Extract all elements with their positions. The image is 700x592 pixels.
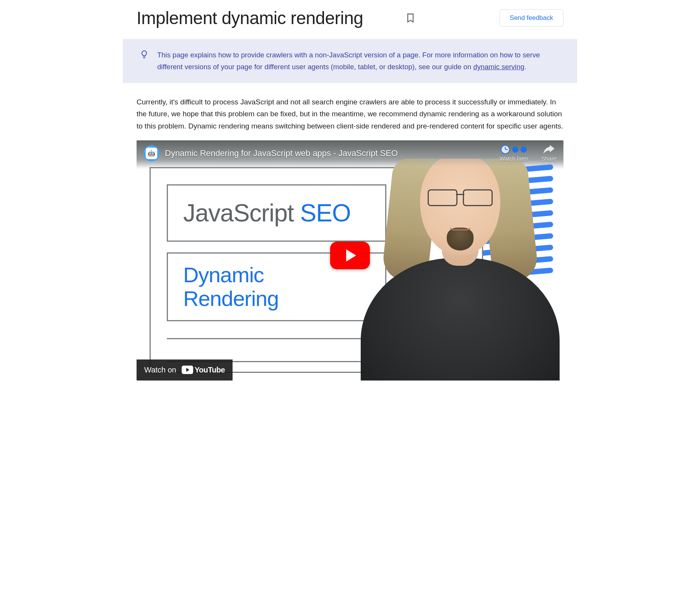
page-title: Implement dynamic rendering — [137, 8, 363, 28]
watch-on-label: Watch on — [144, 366, 176, 374]
page-header: Implement dynamic rendering Send feedbac… — [123, 8, 577, 39]
play-button[interactable] — [330, 242, 370, 269]
thumb-title-line2: Dynamic Rendering — [183, 263, 385, 310]
share-label: Share — [541, 155, 557, 162]
bookmark-icon — [405, 13, 416, 23]
lightbulb-icon — [140, 49, 149, 60]
video-presenter — [357, 159, 563, 381]
youtube-logo: YouTube — [182, 366, 225, 374]
send-feedback-button[interactable]: Send feedback — [500, 9, 563, 27]
play-icon — [346, 249, 356, 262]
share-button[interactable]: Share — [541, 145, 557, 162]
bookmark-button[interactable] — [405, 13, 416, 23]
callout-text-after: . — [524, 63, 526, 71]
watch-on-youtube-button[interactable]: Watch on YouTube — [137, 359, 233, 381]
callout-text: This page explains how to provide crawle… — [157, 49, 560, 73]
watch-later-icon — [501, 145, 527, 154]
video-top-bar: 🤖 Dynamic Rendering for JavaScript web a… — [137, 140, 563, 166]
video-embed[interactable]: 🤖 Dynamic Rendering for JavaScript web a… — [137, 140, 563, 381]
watch-later-button[interactable]: Watch later — [500, 145, 528, 162]
info-callout: This page explains how to provide crawle… — [123, 39, 577, 83]
intro-paragraph: Currently, it's difficult to process Jav… — [123, 83, 577, 140]
thumb-title-line1: JavaScript SEO — [183, 199, 351, 227]
dynamic-serving-link[interactable]: dynamic serving — [473, 63, 524, 71]
video-title: Dynamic Rendering for JavaScript web app… — [165, 148, 398, 158]
watch-later-label: Watch later — [500, 155, 528, 162]
share-icon — [543, 145, 555, 154]
channel-avatar[interactable]: 🤖 — [143, 145, 160, 161]
